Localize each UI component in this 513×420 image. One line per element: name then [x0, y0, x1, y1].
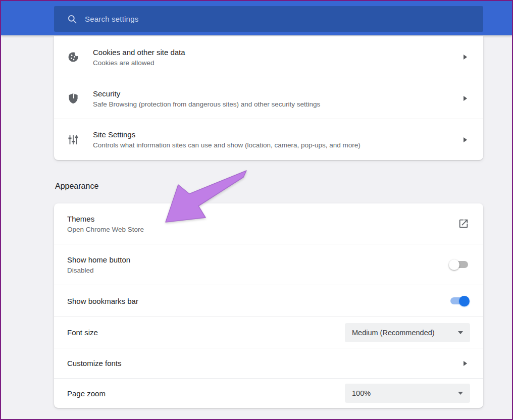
chevron-right-icon [464, 55, 467, 60]
row-security[interactable]: Security Safe Browsing (protection from … [54, 78, 483, 119]
open-in-new-icon [458, 218, 469, 229]
row-title: Cookies and other site data [93, 48, 185, 57]
row-show-home-button: Show home button Disabled [54, 244, 483, 285]
row-show-bookmarks-bar: Show bookmarks bar [54, 285, 483, 317]
row-subtitle: Disabled [67, 267, 130, 274]
row-title: Security [93, 89, 320, 98]
row-title: Font size [67, 328, 98, 337]
caret-down-icon [458, 331, 463, 334]
appearance-heading: Appearance [55, 182, 98, 191]
search-placeholder: Search settings [85, 15, 138, 23]
row-title: Page zoom [67, 389, 106, 398]
settings-header: Search settings [1, 1, 512, 35]
row-subtitle: Safe Browsing (protection from dangerous… [93, 100, 320, 108]
chevron-right-icon [464, 361, 467, 366]
row-title: Customize fonts [67, 359, 122, 368]
appearance-card: Themes Open Chrome Web Store Show home b… [54, 203, 483, 408]
show-home-button-toggle[interactable] [449, 259, 470, 270]
row-subtitle: Controls what information sites can use … [93, 141, 361, 149]
show-bookmarks-bar-toggle[interactable] [449, 296, 470, 306]
shield-icon [67, 92, 79, 104]
row-title: Show bookmarks bar [67, 297, 138, 305]
row-themes[interactable]: Themes Open Chrome Web Store [54, 203, 483, 244]
caret-down-icon [458, 392, 463, 395]
row-title: Site Settings [93, 130, 361, 139]
privacy-security-card: Cookies and other site data Cookies are … [54, 36, 483, 160]
cookie-icon [67, 51, 79, 63]
row-site-settings[interactable]: Site Settings Controls what information … [54, 119, 483, 160]
chevron-right-icon [464, 137, 467, 142]
row-font-size: Font size Medium (Recommended) [54, 317, 483, 348]
font-size-value: Medium (Recommended) [352, 329, 435, 337]
row-title: Show home button [67, 255, 130, 264]
row-page-zoom: Page zoom 100% [54, 378, 483, 408]
row-subtitle: Open Chrome Web Store [67, 226, 144, 233]
row-title: Themes [67, 215, 144, 223]
font-size-select[interactable]: Medium (Recommended) [345, 323, 470, 342]
tune-icon [67, 134, 79, 146]
chevron-right-icon [464, 96, 467, 101]
page-zoom-value: 100% [352, 389, 371, 397]
row-cookies[interactable]: Cookies and other site data Cookies are … [54, 36, 483, 78]
row-subtitle: Cookies are allowed [93, 59, 185, 67]
row-customize-fonts[interactable]: Customize fonts [54, 348, 483, 378]
search-settings-input[interactable]: Search settings [54, 6, 483, 32]
page-zoom-select[interactable]: 100% [345, 384, 470, 403]
screenshot-frame: Search settings Cookies and other site d… [0, 0, 513, 420]
search-icon [67, 14, 77, 24]
